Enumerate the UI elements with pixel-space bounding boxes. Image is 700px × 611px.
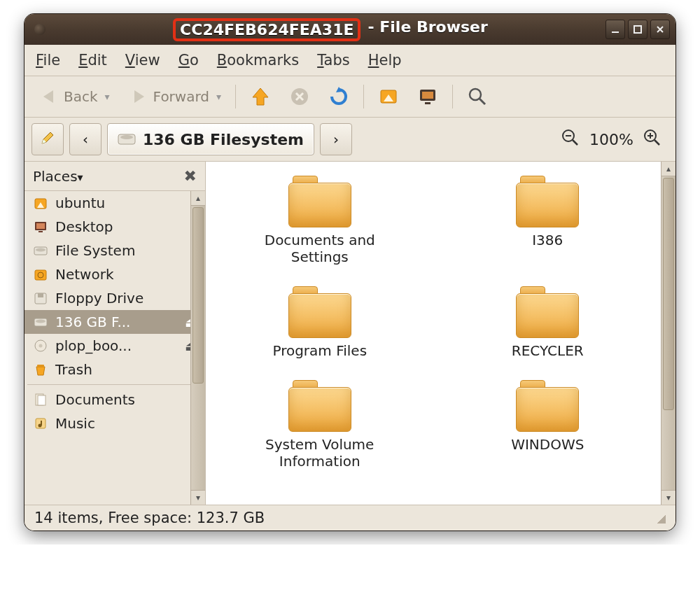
scroll-up-icon[interactable]: ▴ bbox=[191, 191, 205, 206]
sidebar-scrollbar[interactable]: ▴ ▾ bbox=[190, 191, 205, 505]
edit-path-button[interactable] bbox=[31, 123, 64, 155]
sidebar-bookmark-music[interactable]: Music bbox=[24, 412, 205, 435]
sidebar-item-136-gb-f-[interactable]: 136 GB F...⏏ bbox=[24, 310, 205, 334]
drive-icon bbox=[33, 314, 48, 330]
up-button[interactable] bbox=[243, 82, 278, 111]
title-suffix: - File Browser bbox=[368, 18, 487, 41]
folder-icon bbox=[288, 286, 351, 338]
forward-button[interactable]: Forward ▾ bbox=[121, 82, 228, 111]
back-arrow-icon bbox=[38, 86, 59, 107]
statusbar: 14 items, Free space: 123.7 GB bbox=[24, 505, 676, 531]
sidebar-item-file-system[interactable]: File System bbox=[24, 239, 205, 262]
sidebar-item-ubuntu[interactable]: ubuntu bbox=[24, 191, 205, 215]
chevron-down-icon[interactable]: ▾ bbox=[216, 91, 221, 102]
places-sidebar: Places▾ ✖ ubuntuDesktopFile SystemNetwor… bbox=[24, 162, 206, 505]
pencil-icon bbox=[39, 129, 56, 150]
sidebar-close-button[interactable]: ✖ bbox=[184, 167, 197, 185]
folder-label: Program Files bbox=[272, 342, 367, 359]
svg-point-25 bbox=[39, 344, 43, 348]
floppy-icon bbox=[33, 290, 48, 306]
window-title: CC24FEB624FEA31E - File Browser bbox=[55, 18, 606, 41]
sidebar-item-label: ubuntu bbox=[55, 195, 105, 211]
svg-point-9 bbox=[120, 135, 133, 139]
menu-go[interactable]: Go bbox=[178, 52, 199, 69]
menu-help[interactable]: Help bbox=[368, 52, 402, 69]
folder-item[interactable]: I386 bbox=[467, 176, 628, 265]
reload-icon bbox=[328, 86, 349, 107]
path-segment-current[interactable]: 136 GB Filesystem bbox=[107, 123, 314, 155]
folder-icon bbox=[516, 176, 579, 227]
location-bar: ‹ 136 GB Filesystem › 100% bbox=[24, 118, 676, 162]
svg-rect-14 bbox=[36, 223, 45, 229]
home-icon bbox=[378, 86, 399, 107]
zoom-in-button[interactable] bbox=[643, 129, 662, 150]
svg-point-7 bbox=[470, 89, 481, 100]
zoom-out-button[interactable] bbox=[561, 129, 580, 150]
maximize-button[interactable] bbox=[628, 20, 648, 39]
docs-icon bbox=[33, 392, 48, 407]
svg-rect-6 bbox=[425, 102, 430, 104]
path-prev-button[interactable]: ‹ bbox=[69, 123, 102, 155]
search-button[interactable] bbox=[460, 82, 495, 111]
chevron-right-icon: › bbox=[333, 131, 339, 148]
sidebar-item-network[interactable]: Network bbox=[24, 262, 205, 286]
sidebar-item-label: Floppy Drive bbox=[55, 290, 144, 307]
folder-view[interactable]: Documents and SettingsI386Program FilesR… bbox=[206, 162, 676, 505]
cd-icon bbox=[33, 338, 48, 353]
svg-rect-21 bbox=[38, 293, 43, 297]
toolbar: Back ▾ Forward ▾ bbox=[24, 76, 676, 118]
menubar: File Edit View Go Bookmarks Tabs Help bbox=[24, 45, 676, 76]
chevron-down-icon: ▾ bbox=[78, 171, 83, 184]
sidebar-list: ubuntuDesktopFile SystemNetworkFloppy Dr… bbox=[24, 191, 205, 505]
menu-file[interactable]: File bbox=[36, 52, 60, 69]
stop-icon bbox=[289, 86, 310, 107]
sidebar-item-label: Documents bbox=[55, 391, 135, 408]
menu-tabs[interactable]: Tabs bbox=[317, 52, 350, 69]
drive-icon bbox=[118, 130, 136, 149]
svg-point-17 bbox=[36, 248, 46, 252]
zoom-level: 100% bbox=[589, 131, 634, 148]
sidebar-item-desktop[interactable]: Desktop bbox=[24, 215, 205, 239]
menu-view[interactable]: View bbox=[125, 52, 160, 69]
menu-edit[interactable]: Edit bbox=[78, 52, 107, 69]
drive-icon bbox=[33, 243, 48, 258]
folder-item[interactable]: System Volume Information bbox=[239, 380, 400, 470]
sidebar-item-label: Music bbox=[55, 415, 95, 432]
folder-item[interactable]: Documents and Settings bbox=[239, 176, 400, 265]
scroll-up-icon[interactable]: ▴ bbox=[662, 162, 676, 176]
window-menu-button[interactable] bbox=[34, 24, 46, 35]
computer-icon bbox=[417, 86, 438, 107]
sidebar-item-floppy-drive[interactable]: Floppy Drive bbox=[24, 286, 205, 310]
stop-button[interactable] bbox=[282, 82, 317, 111]
scroll-down-icon[interactable]: ▾ bbox=[662, 490, 676, 505]
sidebar-item-label: 136 GB F... bbox=[55, 314, 130, 330]
minimize-button[interactable] bbox=[606, 20, 625, 39]
menu-bookmarks[interactable]: Bookmarks bbox=[217, 52, 299, 69]
reload-button[interactable] bbox=[321, 82, 356, 111]
home-button[interactable] bbox=[371, 82, 406, 111]
sidebar-item-plop-boo-[interactable]: plop_boo...⏏ bbox=[24, 334, 205, 358]
content-scrollbar[interactable]: ▴ ▾ bbox=[661, 162, 676, 505]
scroll-thumb[interactable] bbox=[663, 178, 674, 410]
desktop-icon bbox=[33, 219, 48, 234]
chevron-down-icon[interactable]: ▾ bbox=[105, 91, 110, 102]
close-button[interactable] bbox=[650, 20, 670, 39]
scroll-thumb[interactable] bbox=[192, 207, 204, 384]
computer-button[interactable] bbox=[410, 82, 445, 111]
sidebar-bookmark-documents[interactable]: Documents bbox=[24, 388, 205, 412]
sidebar-item-trash[interactable]: Trash bbox=[24, 358, 205, 381]
network-icon bbox=[33, 267, 48, 282]
separator bbox=[235, 85, 236, 108]
titlebar: CC24FEB624FEA31E - File Browser bbox=[24, 14, 676, 45]
sidebar-item-label: Network bbox=[55, 266, 114, 283]
sidebar-header[interactable]: Places▾ bbox=[33, 168, 83, 185]
folder-label: I386 bbox=[532, 232, 563, 248]
resize-grip[interactable] bbox=[654, 512, 666, 524]
scroll-down-icon[interactable]: ▾ bbox=[191, 490, 205, 505]
forward-arrow-icon bbox=[128, 86, 149, 107]
folder-item[interactable]: WINDOWS bbox=[467, 380, 628, 470]
folder-item[interactable]: Program Files bbox=[239, 286, 400, 359]
folder-item[interactable]: RECYCLER bbox=[467, 286, 628, 359]
path-next-button[interactable]: › bbox=[320, 123, 352, 155]
back-button[interactable]: Back ▾ bbox=[31, 82, 117, 111]
